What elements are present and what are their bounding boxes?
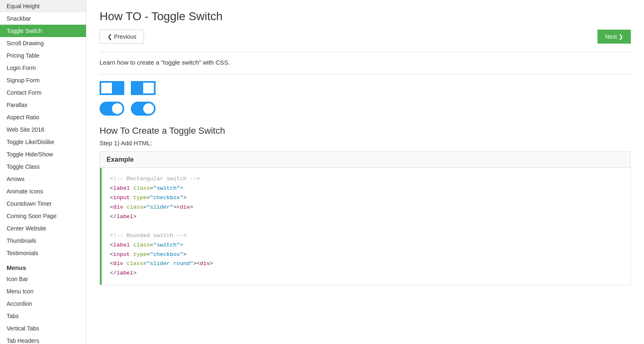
- sidebar-item-menu-icon[interactable]: Menu Icon: [0, 285, 86, 298]
- sidebar-item-center-website[interactable]: Center Website: [0, 222, 86, 235]
- sidebar-item-pricing-table[interactable]: Pricing Table: [0, 49, 86, 62]
- sidebar-item-thumbnails[interactable]: Thumbnails: [0, 235, 86, 247]
- sidebar-item-website-2016[interactable]: Web Site 2016: [0, 123, 86, 136]
- toggle-switch-rect-off[interactable]: [100, 81, 124, 95]
- step1-label: Step 1) Add HTML:: [100, 139, 631, 146]
- sidebar-item-animate-icons[interactable]: Animate Icons: [0, 185, 86, 198]
- example-code: <!-- Rectangular switch --><label class=…: [100, 168, 630, 285]
- sidebar-item-contact-form[interactable]: Contact Form: [0, 86, 86, 99]
- toggle-switch-rect-on[interactable]: [131, 81, 156, 95]
- sidebar-item-equal-height[interactable]: Equal Height: [0, 0, 86, 12]
- toggle-row-round: [100, 102, 631, 116]
- toggle-row-rect: [100, 81, 631, 95]
- next-button[interactable]: Next ❯: [598, 30, 631, 44]
- sidebar-item-signup-form[interactable]: Signup Form: [0, 74, 86, 86]
- sidebar-item-tabs[interactable]: Tabs: [0, 310, 86, 322]
- main-content: How TO - Toggle Switch ❮ Previous Next ❯…: [86, 0, 644, 344]
- sidebar-item-aspect-ratio[interactable]: Aspect Ratio: [0, 111, 86, 123]
- toggle-switch-round-off[interactable]: [100, 102, 124, 116]
- example-header: Example: [100, 152, 630, 168]
- sidebar-item-coming-soon-page[interactable]: Coming Soon Page: [0, 210, 86, 222]
- sidebar-item-toggle-like-dislike[interactable]: Toggle Like/Dislike: [0, 136, 86, 148]
- prev-button[interactable]: ❮ Previous: [100, 30, 144, 44]
- toggle-demo-area: [100, 81, 631, 116]
- sidebar-item-toggle-class[interactable]: Toggle Class: [0, 160, 86, 173]
- divider-mid: [100, 74, 631, 74]
- sidebar-item-toggle-switch[interactable]: Toggle Switch: [0, 25, 86, 37]
- sidebar-item-tab-headers[interactable]: Tab Headers: [0, 335, 86, 344]
- sidebar-item-countdown-timer[interactable]: Countdown Timer: [0, 198, 86, 210]
- description-text: Learn how to create a "toggle switch" wi…: [100, 59, 631, 66]
- sidebar-section-menus: Menus: [0, 259, 86, 273]
- sidebar-item-snackbar[interactable]: Snackbar: [0, 12, 86, 25]
- sidebar-item-scroll-drawing[interactable]: Scroll Drawing: [0, 37, 86, 49]
- sidebar-item-toggle-hide-show[interactable]: Toggle Hide/Show: [0, 148, 86, 160]
- sidebar-item-login-form[interactable]: Login Form: [0, 62, 86, 74]
- sidebar-item-icon-bar[interactable]: Icon Bar: [0, 273, 86, 285]
- sidebar-item-accordion[interactable]: Accordion: [0, 298, 86, 310]
- sidebar-item-testimonials[interactable]: Testimonials: [0, 247, 86, 259]
- nav-buttons: ❮ Previous Next ❯: [100, 30, 631, 44]
- sidebar-item-parallax[interactable]: Parallax: [0, 99, 86, 111]
- toggle-switch-round-on[interactable]: [131, 102, 156, 116]
- example-box: Example <!-- Rectangular switch --><labe…: [100, 151, 631, 285]
- divider-top: [100, 52, 631, 52]
- how-to-title: How To Create a Toggle Switch: [100, 126, 631, 136]
- sidebar-item-arrows[interactable]: Arrows: [0, 173, 86, 185]
- sidebar-item-vertical-tabs[interactable]: Vertical Tabs: [0, 322, 86, 335]
- page-title: How TO - Toggle Switch: [100, 10, 631, 23]
- sidebar: Equal HeightSnackbarToggle SwitchScroll …: [0, 0, 86, 344]
